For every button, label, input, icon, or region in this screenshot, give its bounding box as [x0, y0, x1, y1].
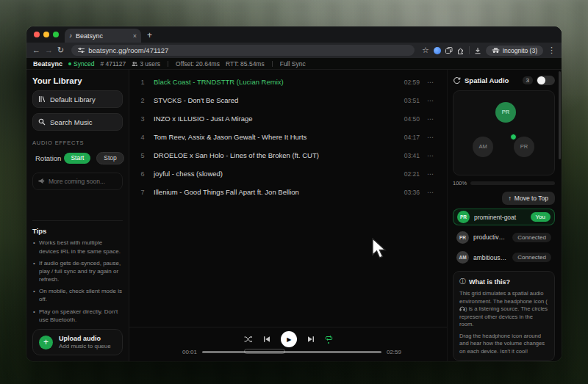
download-icon[interactable] [474, 47, 481, 54]
more-coming-soon-note: More coming soon... [32, 173, 123, 190]
seek-bar[interactable] [202, 351, 381, 353]
address-bar[interactable]: beatsync.gg/room/471127 [71, 45, 415, 56]
track-title: Illenium - Good Things Fall Apart ft. Jo… [154, 188, 397, 196]
play-button[interactable]: ▶ [281, 331, 297, 347]
browser-menu-icon[interactable]: ⋮ [548, 46, 556, 54]
track-row[interactable]: 6 joyful - chess (slowed) 02:21 ⋯ [129, 164, 447, 183]
tip-item: If audio gets de-synced, pause, play / f… [32, 259, 123, 284]
device-node[interactable]: PR [495, 102, 516, 123]
tab-favicon-icon: ♪ [69, 33, 72, 39]
spatial-grid[interactable]: PR AM PR [453, 90, 555, 175]
bookmark-star-icon[interactable]: ☆ [422, 46, 429, 54]
incognito-badge[interactable]: Incognito (3) [486, 46, 543, 56]
track-row[interactable]: 1 Black Coast - TRNDSTTR (Lucian Remix) … [129, 73, 447, 91]
track-menu-icon[interactable]: ⋯ [427, 189, 434, 196]
shuffle-icon[interactable] [244, 336, 253, 343]
track-number: 7 [139, 189, 146, 196]
track-row[interactable]: 7 Illenium - Good Things Fall Apart ft. … [129, 183, 447, 201]
track-title: joyful - chess (slowed) [154, 170, 397, 178]
extensions-puzzle-icon[interactable] [457, 47, 465, 54]
track-row[interactable]: 2 STVCKS - Don't Be Scared 03:51 ⋯ [129, 91, 447, 109]
move-to-top-button[interactable]: ↑ Move to Top [502, 192, 555, 205]
track-menu-icon[interactable]: ⋯ [427, 115, 434, 123]
tab-title: Beatsync [76, 32, 129, 40]
scrollbar[interactable] [559, 71, 561, 159]
tab-strip: ♪ Beatsync × + [26, 26, 562, 43]
user-row[interactable]: PR productive-grassho... Connected [453, 229, 555, 246]
headphone-listener-icon[interactable] [510, 134, 517, 140]
upload-audio-subtitle: Add music to queue [59, 343, 111, 349]
avatar: PR [457, 211, 470, 223]
upload-audio-button[interactable]: + Upload audio Add music to queue [32, 329, 123, 355]
minimize-window-button[interactable] [43, 32, 49, 37]
browser-tab[interactable]: ♪ Beatsync × [65, 29, 141, 43]
track-number: 3 [139, 115, 146, 123]
url-text: beatsync.gg/room/471127 [88, 46, 168, 54]
spatial-audio-toggle[interactable] [537, 76, 555, 85]
tips-list: Works best with multiple devices IRL in … [32, 239, 123, 324]
reload-icon[interactable]: ↻ [57, 46, 64, 54]
track-menu-icon[interactable]: ⋯ [427, 134, 434, 141]
site-settings-icon[interactable] [78, 47, 85, 54]
audio-effects-heading: AUDIO EFFECTS [32, 140, 123, 146]
rotation-stop-button[interactable]: Stop [96, 152, 124, 164]
sync-dot-icon [68, 62, 71, 65]
track-menu-icon[interactable]: ⋯ [427, 79, 434, 86]
zoom-window-button[interactable] [53, 32, 59, 37]
default-library-button[interactable]: Default Library [32, 90, 123, 108]
upload-audio-label: Upload audio [59, 335, 111, 342]
forward-icon[interactable]: → [45, 46, 53, 54]
spatial-audio-panel: Spatial Audio 3 PR AM PR 100% ↑ [447, 70, 562, 361]
current-time: 00:01 [182, 349, 197, 355]
full-sync-button[interactable]: Full Sync [280, 60, 306, 68]
info-card: ⓘ What is this? This grid simulates a sp… [453, 271, 555, 361]
track-duration: 03:51 [404, 97, 420, 104]
extension-icon[interactable] [434, 47, 441, 54]
browser-toolbar: ← → ↻ beatsync.gg/room/471127 ☆ [26, 43, 562, 58]
track-number: 4 [139, 134, 146, 141]
tab-groups-icon[interactable] [445, 47, 453, 54]
user-badge: Connected [512, 253, 551, 262]
back-icon[interactable]: ← [32, 46, 40, 54]
previous-track-icon[interactable] [263, 336, 270, 343]
offset-value: Offset: 20.64ms [176, 60, 220, 68]
repeat-icon[interactable] [325, 335, 333, 344]
user-badge: Connected [512, 233, 551, 242]
rotation-start-button[interactable]: Start [64, 153, 90, 164]
info-paragraph: Drag the headphone icon around and hear … [459, 333, 548, 355]
play-icon: ▶ [287, 336, 291, 343]
volume-percent: 100% [453, 180, 467, 186]
track-row[interactable]: 4 Tom Reev, Assix & Jason Gewalt - Where… [129, 128, 447, 146]
track-row[interactable]: 3 INZO x ILLUSIO - Just A Mirage 04:50 ⋯ [129, 109, 447, 128]
track-menu-icon[interactable]: ⋯ [427, 152, 434, 159]
spatial-audio-title: Spatial Audio [465, 76, 519, 84]
rotation-effect-row: Rotation Start Stop [32, 152, 123, 164]
tip-item: On mobile, check silent mode is off. [32, 287, 123, 303]
user-row[interactable]: PR prominent-goat You [453, 209, 555, 225]
search-music-button[interactable]: Search Music [32, 113, 123, 131]
track-row[interactable]: 5 DROELOE x San Holo - Lines of the Brok… [129, 146, 447, 164]
close-tab-icon[interactable]: × [133, 32, 137, 40]
header-divider [168, 61, 168, 67]
user-row[interactable]: AM ambitious-ostrich Connected [453, 250, 555, 267]
info-icon: ⓘ [459, 277, 466, 286]
track-number: 5 [139, 152, 146, 159]
player-controls: ▶ [129, 331, 447, 347]
volume-row: 100% [453, 180, 555, 186]
next-track-icon[interactable] [307, 336, 315, 343]
device-node[interactable]: AM [473, 137, 493, 157]
track-duration: 04:50 [404, 115, 420, 123]
track-duration: 03:41 [404, 152, 420, 159]
drag-handle[interactable] [244, 349, 285, 354]
close-window-button[interactable] [34, 32, 40, 37]
desktop-background: ♪ Beatsync × + ← → ↻ beatsync.gg/room/47… [0, 0, 588, 384]
track-duration: 04:17 [404, 134, 420, 141]
new-tab-button[interactable]: + [147, 30, 152, 40]
device-node[interactable]: PR [514, 137, 534, 157]
track-title: INZO x ILLUSIO - Just A Mirage [154, 115, 397, 123]
incognito-label: Incognito (3) [503, 47, 537, 54]
search-icon [38, 118, 46, 126]
info-title: What is this? [469, 278, 510, 286]
track-menu-icon[interactable]: ⋯ [427, 170, 434, 178]
track-menu-icon[interactable]: ⋯ [427, 97, 434, 104]
